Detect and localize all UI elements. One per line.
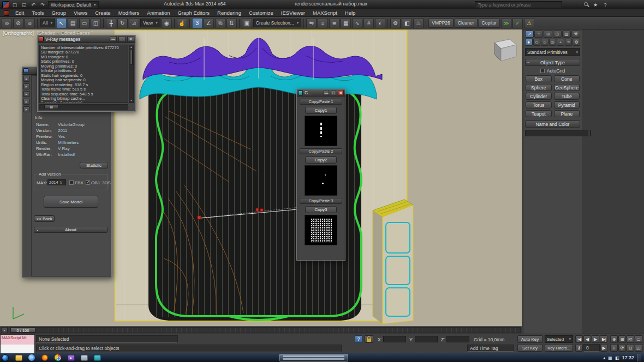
tab-motion-icon[interactable] (553, 31, 562, 38)
redo-icon[interactable] (39, 1, 46, 8)
menu-maxscript[interactable]: MAXScript (309, 9, 341, 17)
zoom-icon[interactable] (610, 335, 618, 343)
zoom-extents-icon[interactable] (627, 335, 634, 343)
key-mode-icon[interactable] (575, 344, 583, 352)
rollup-arrow-icon[interactable] (23, 99, 29, 105)
rollup-arrow-icon[interactable] (23, 91, 29, 97)
named-sets-dropdown[interactable]: Create Selection... (253, 19, 301, 27)
tray-expand-icon[interactable]: ▴ (603, 355, 605, 360)
named-selection-sets-icon[interactable] (242, 18, 252, 28)
y-coordinate-field[interactable] (415, 336, 438, 342)
taskbar-folder-icon[interactable] (12, 354, 25, 362)
previous-frame-icon[interactable] (583, 335, 591, 343)
tab-modify-icon[interactable] (534, 31, 543, 38)
about-rollout[interactable]: About (34, 227, 108, 233)
set-key-button[interactable]: Set Key (517, 344, 542, 352)
maximize-viewport-icon[interactable] (635, 344, 642, 352)
curve-editor-icon[interactable] (352, 18, 362, 28)
teapot-button[interactable]: Teapot (526, 110, 552, 117)
taskbar-media-icon[interactable]: ▸ (64, 354, 77, 362)
tray-network-icon[interactable]: ▦ (608, 355, 612, 360)
taskbar-clock[interactable]: 17:32 (622, 355, 634, 360)
selection-filter-dropdown[interactable]: All (40, 19, 55, 27)
copy2-button[interactable]: Copy2 (305, 156, 337, 164)
menu-tools[interactable]: Tools (28, 9, 47, 17)
menu-help[interactable]: Help (341, 9, 360, 17)
infocenter-search[interactable] (475, 1, 562, 8)
orbit-icon[interactable] (618, 344, 626, 352)
torus-button[interactable]: Torus (526, 101, 552, 108)
tab-create-icon[interactable] (525, 31, 534, 38)
rectangular-selection-icon[interactable] (79, 18, 90, 28)
x-coordinate-field[interactable] (383, 336, 406, 342)
minimize-icon[interactable]: — (110, 36, 117, 42)
rollup-arrow-icon[interactable] (23, 76, 29, 82)
start-button[interactable] (2, 354, 9, 361)
taskbar-app-icon-1[interactable] (77, 354, 91, 362)
bind-to-spacewarp-icon[interactable] (25, 18, 35, 28)
close-icon[interactable]: ✕ (127, 36, 134, 42)
category-geometry-icon[interactable] (525, 39, 533, 46)
vmpp26-button[interactable]: VMPP26 (428, 19, 454, 28)
menu-iesviewer[interactable]: IESViewer (277, 9, 309, 17)
reference-coordinate-dropdown[interactable]: View (140, 19, 160, 27)
save-model-button[interactable]: Save Model (44, 196, 98, 208)
zoom-region-icon[interactable] (627, 344, 634, 352)
close-icon[interactable]: ✕ (338, 90, 344, 96)
menu-edit[interactable]: Edit (11, 9, 28, 17)
rollup-arrow-icon[interactable] (23, 83, 29, 89)
vray-log[interactable]: Number of intersectable primitives: 6772… (39, 45, 128, 103)
taskbar-ie-icon[interactable]: e (25, 354, 38, 362)
show-desktop-button[interactable] (637, 354, 641, 361)
cleaner-button[interactable]: Cleaner (455, 19, 478, 28)
taskbar-chrome-icon[interactable] (51, 354, 64, 362)
layer-manager-icon[interactable] (329, 18, 339, 28)
back-button[interactable]: << Back (34, 215, 55, 222)
search-input[interactable] (478, 2, 559, 8)
select-and-link-icon[interactable] (2, 18, 12, 28)
geometry-category-dropdown[interactable]: Standard Primitives (525, 48, 580, 56)
spinner-snap-icon[interactable] (226, 18, 237, 28)
taskbar-open-window-button[interactable] (279, 354, 348, 361)
menu-rendering[interactable]: Rendering (213, 9, 245, 17)
tab-display-icon[interactable] (562, 31, 571, 38)
autogrid-checkbox[interactable] (540, 69, 545, 73)
menu-graph-editors[interactable]: Graph Editors (174, 9, 213, 17)
cylinder-button[interactable]: Cylinder (526, 93, 552, 100)
maxscript-listener-white[interactable] (1, 345, 34, 354)
time-slider-track[interactable]: 0 / 100 (9, 327, 521, 333)
help-icon[interactable] (601, 1, 609, 8)
cone-button[interactable]: Cone (554, 75, 580, 82)
cabinet-object[interactable] (373, 200, 413, 324)
tab-utilities-icon[interactable] (571, 31, 580, 38)
warning-icon[interactable] (524, 18, 534, 28)
copy3-button[interactable]: Copy3 (305, 206, 337, 213)
zoom-all-icon[interactable] (618, 335, 626, 343)
menu-create[interactable]: Create (91, 9, 115, 17)
rendered-frame-window-icon[interactable] (402, 18, 412, 28)
vertical-scrollbar[interactable]: ▲ ▼ (129, 45, 134, 103)
copitor-button[interactable]: Copitor (479, 19, 500, 28)
angle-snap-icon[interactable] (204, 18, 214, 28)
tray-volume-icon[interactable]: ◧ (615, 355, 619, 360)
minimize-icon[interactable]: — (324, 90, 329, 96)
green-check-icon[interactable] (512, 18, 523, 28)
obj-checkbox[interactable] (86, 180, 90, 185)
next-frame-icon[interactable] (600, 344, 607, 352)
material-editor-icon[interactable] (375, 18, 385, 28)
open-file-icon[interactable] (20, 1, 28, 8)
prompt-help-icon[interactable]: ? (355, 335, 362, 343)
search-icon[interactable] (583, 1, 589, 8)
category-spacewarps-icon[interactable] (565, 39, 573, 46)
max-version-dropdown[interactable]: 2014 (47, 179, 66, 185)
render-production-icon[interactable] (413, 18, 424, 28)
app-menu-icon[interactable] (4, 10, 9, 16)
time-slider-handle[interactable]: 0 / 100 (10, 328, 35, 333)
viewport-view-label[interactable]: [Orthographic] (3, 31, 34, 36)
new-scene-icon[interactable] (11, 1, 19, 8)
fbx-checkbox[interactable] (69, 180, 74, 185)
box-button[interactable]: Box (526, 75, 552, 82)
sphere-button[interactable]: Sphere (526, 84, 552, 91)
play-animation-icon[interactable] (592, 335, 599, 343)
window-crossing-icon[interactable] (91, 18, 101, 28)
